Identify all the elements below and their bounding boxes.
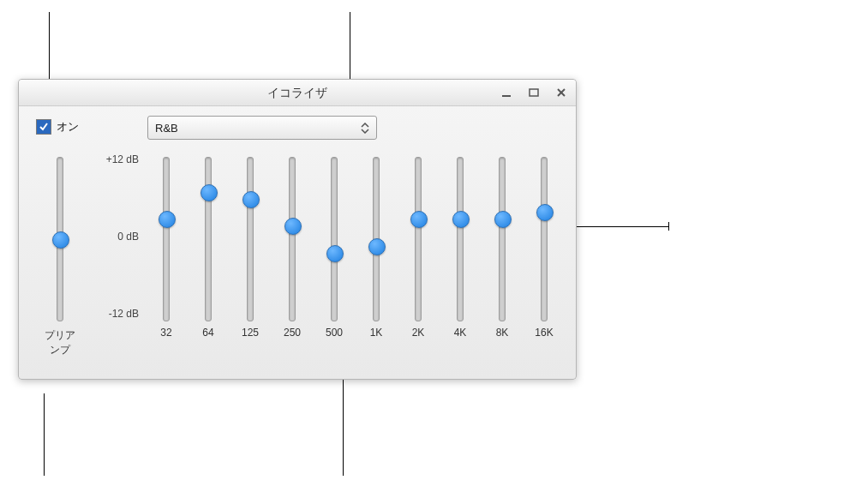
bands: 32641252505001K2K4K8K16K	[152, 157, 559, 354]
minimize-icon	[500, 87, 512, 99]
top-row: オン R&B	[19, 116, 576, 141]
band-thumb-1K[interactable]	[368, 238, 386, 255]
band-freq-label: 1K	[362, 327, 391, 339]
dropdown-arrows	[359, 117, 371, 139]
titlebar: イコライザ	[19, 80, 576, 106]
close-button[interactable]	[552, 84, 571, 101]
equalizer-window: イコライザ オン R&B	[18, 79, 577, 380]
band-64: 64	[194, 157, 223, 354]
preamp-slider[interactable]	[57, 157, 63, 321]
band-freq-label: 8K	[488, 327, 517, 339]
band-thumb-16K[interactable]	[536, 204, 554, 221]
callout-line-right-cap	[668, 222, 669, 231]
band-2K: 2K	[404, 157, 433, 354]
band-thumb-250[interactable]	[284, 218, 302, 235]
preset-dropdown[interactable]: R&B	[147, 116, 377, 140]
band-thumb-8K[interactable]	[494, 211, 512, 228]
check-icon	[39, 122, 49, 132]
window-title: イコライザ	[267, 86, 327, 99]
band-slider-8K[interactable]	[499, 157, 506, 321]
band-freq-label: 64	[194, 327, 223, 339]
band-slider-2K[interactable]	[415, 157, 422, 321]
band-250: 250	[278, 157, 307, 354]
bands-brace-stem	[343, 378, 344, 476]
band-slider-250[interactable]	[289, 157, 296, 321]
band-freq-label: 250	[278, 327, 307, 339]
band-freq-label: 32	[152, 327, 181, 339]
band-thumb-125[interactable]	[242, 191, 260, 208]
svg-rect-1	[530, 89, 538, 96]
band-slider-4K[interactable]	[457, 157, 464, 321]
band-500: 500	[320, 157, 349, 354]
band-16K: 16K	[530, 157, 559, 354]
maximize-icon	[528, 87, 540, 99]
chevron-down-icon	[361, 129, 369, 134]
band-slider-1K[interactable]	[373, 157, 380, 321]
close-icon	[555, 87, 567, 99]
band-freq-label: 500	[320, 327, 349, 339]
band-1K: 1K	[362, 157, 391, 354]
band-slider-125[interactable]	[247, 157, 254, 321]
band-slider-500[interactable]	[331, 157, 338, 321]
band-4K: 4K	[446, 157, 475, 354]
band-freq-label: 2K	[404, 327, 433, 339]
maximize-button[interactable]	[524, 84, 543, 101]
minimize-button[interactable]	[497, 84, 516, 101]
callout-line-preamp	[44, 393, 45, 476]
on-checkbox[interactable]	[36, 119, 51, 135]
band-slider-64[interactable]	[205, 157, 212, 321]
band-slider-32[interactable]	[163, 157, 170, 321]
band-thumb-500[interactable]	[326, 245, 344, 262]
band-thumb-32[interactable]	[159, 211, 176, 228]
on-label: オン	[57, 119, 79, 135]
preamp-column: プリアンプ	[43, 157, 77, 357]
preset-selected: R&B	[155, 122, 178, 135]
band-thumb-4K[interactable]	[452, 211, 470, 228]
band-freq-label: 125	[236, 327, 265, 339]
band-thumb-64[interactable]	[201, 184, 218, 201]
scale-mid: 0 dB	[87, 231, 139, 243]
on-toggle-wrap: オン	[36, 119, 79, 135]
band-freq-label: 16K	[530, 327, 559, 339]
band-thumb-2K[interactable]	[410, 211, 428, 228]
band-8K: 8K	[488, 157, 517, 354]
band-slider-16K[interactable]	[541, 157, 548, 321]
band-freq-label: 4K	[446, 327, 475, 339]
band-125: 125	[236, 157, 265, 354]
window-controls	[497, 80, 571, 105]
band-32: 32	[152, 157, 181, 354]
equalizer-body: プリアンプ +12 dB 0 dB -12 dB 32641252505001K…	[19, 148, 576, 370]
preamp-label: プリアンプ	[43, 328, 77, 357]
scale-max: +12 dB	[87, 153, 139, 165]
chevron-up-icon	[361, 123, 369, 128]
scale-min: -12 dB	[87, 308, 139, 320]
preamp-thumb[interactable]	[52, 231, 69, 249]
